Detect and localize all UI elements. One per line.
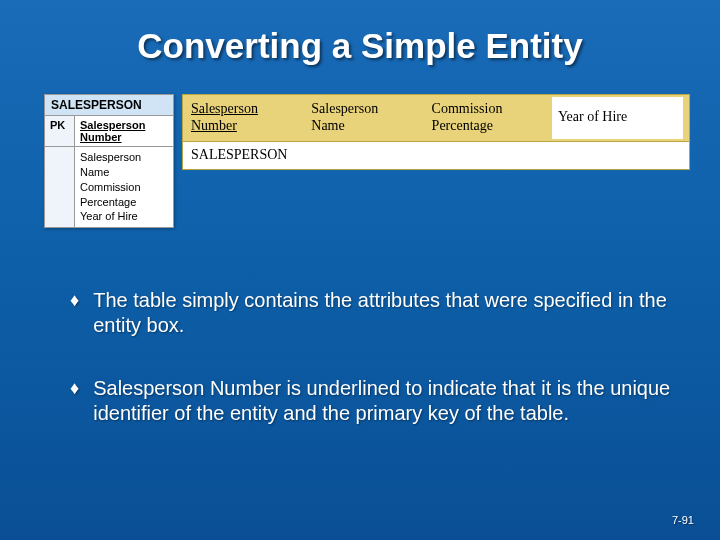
entity-pk-row: PK Salesperson Number (45, 116, 173, 147)
relation-col-pk: SalespersonNumber (191, 101, 299, 135)
entity-attr: Year of Hire (80, 209, 168, 224)
entity-attrs-list: Salesperson Name Commission Percentage Y… (75, 147, 173, 227)
bullet-text: Salesperson Number is underlined to indi… (93, 376, 672, 426)
page-number: 7-91 (672, 514, 694, 526)
bullet-list: ♦ The table simply contains the attribut… (0, 288, 720, 426)
entity-attr: Name (80, 165, 168, 180)
relation-col: CommissionPercentage (432, 101, 540, 135)
diamond-bullet-icon: ♦ (70, 288, 79, 313)
entity-name: SALESPERSON (45, 95, 173, 116)
slide-title: Converting a Simple Entity (0, 0, 720, 66)
bullet-text: The table simply contains the attributes… (93, 288, 672, 338)
entity-attrs: Salesperson Name Commission Percentage Y… (45, 147, 173, 227)
entity-pk-value: Salesperson Number (75, 116, 173, 146)
bullet-item: ♦ Salesperson Number is underlined to in… (70, 376, 672, 426)
entity-pk-label: PK (45, 116, 75, 146)
entity-attr: Commission (80, 180, 168, 195)
entity-attr: Salesperson (80, 150, 168, 165)
diamond-bullet-icon: ♦ (70, 376, 79, 401)
relation-col: Year of Hire (552, 97, 683, 139)
relation-columns: SalespersonNumber SalespersonName Commis… (182, 94, 690, 142)
relation-name: SALESPERSON (182, 142, 690, 170)
relation-table: SalespersonNumber SalespersonName Commis… (182, 94, 690, 170)
bullet-item: ♦ The table simply contains the attribut… (70, 288, 672, 338)
entity-box: SALESPERSON PK Salesperson Number Salesp… (44, 94, 174, 228)
entity-attr: Percentage (80, 195, 168, 210)
relation-col: SalespersonName (311, 101, 419, 135)
diagram-area: SALESPERSON PK Salesperson Number Salesp… (0, 94, 720, 228)
